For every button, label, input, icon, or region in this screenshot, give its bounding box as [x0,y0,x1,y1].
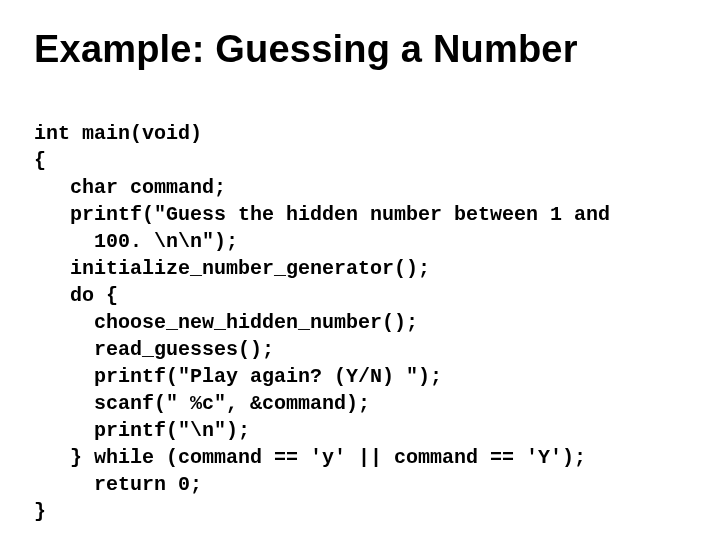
code-line: char command; [34,176,226,199]
code-line: do { [34,284,118,307]
code-line: return 0; [34,473,202,496]
code-line: scanf(" %c", &command); [34,392,370,415]
slide-title: Example: Guessing a Number [34,28,686,71]
code-line: initialize_number_generator(); [34,257,430,280]
code-line: { [34,149,46,172]
code-line: read_guesses(); [34,338,274,361]
code-line: printf("Guess the hidden number between … [34,203,610,226]
code-line: printf("Play again? (Y/N) "); [34,365,442,388]
code-line: } while (command == 'y' || command == 'Y… [34,446,586,469]
code-line: printf("\n"); [34,419,250,442]
code-line: choose_new_hidden_number(); [34,311,418,334]
code-line: 100. \n\n"); [34,230,238,253]
code-line: } [34,500,46,523]
code-block: int main(void) { char command; printf("G… [34,93,686,540]
code-line: int main(void) [34,122,202,145]
slide: Example: Guessing a Number int main(void… [0,0,720,540]
